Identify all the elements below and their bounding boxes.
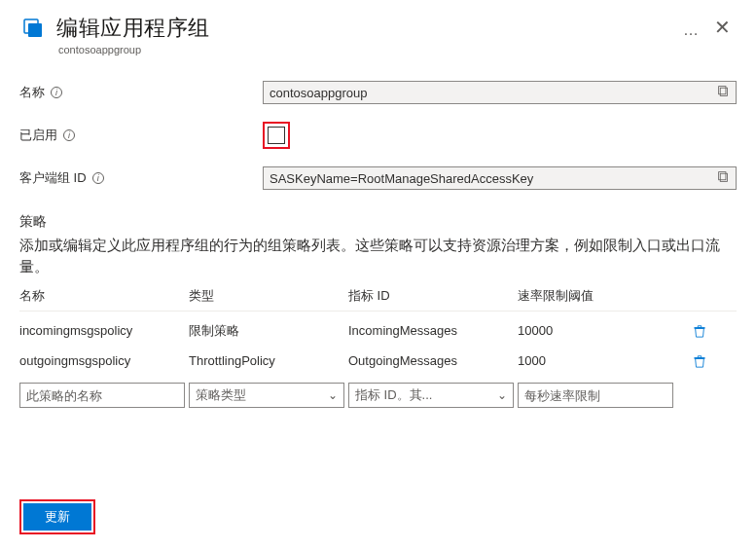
cell-name: outgoingmsgspolicy [19, 353, 185, 368]
cell-rate-limit: 1000 [518, 353, 673, 368]
policy-rate-input[interactable] [518, 383, 673, 408]
delete-icon[interactable] [677, 353, 706, 369]
label-client-group-id: 客户端组 ID i [19, 169, 263, 187]
policy-metric-placeholder: 指标 ID。其... [355, 386, 432, 404]
policies-description: 添加或编辑定义此应用程序组的行为的组策略列表。这些策略可以支持资源治理方案，例如… [19, 235, 737, 277]
chevron-down-icon: ⌄ [497, 388, 507, 402]
row-client-group-id: 客户端组 ID i SASKeyName=RootManageSharedAcc… [19, 166, 737, 190]
update-highlight: 更新 [19, 499, 95, 534]
copy-icon[interactable] [717, 170, 730, 186]
cell-rate-limit: 10000 [518, 323, 673, 338]
svg-rect-1 [28, 23, 42, 37]
policies-section: 策略 添加或编辑定义此应用程序组的行为的组策略列表。这些策略可以支持资源治理方案… [19, 213, 737, 408]
info-icon[interactable]: i [51, 87, 62, 98]
policies-input-row: 策略类型 ⌄ 指标 ID。其... ⌄ [19, 383, 737, 408]
policy-name-input[interactable] [19, 383, 185, 408]
page-title: 编辑应用程序组 [56, 14, 667, 43]
table-row: outgoingmsgspolicy ThrottlingPolicy Outg… [19, 347, 737, 376]
app-group-icon [19, 14, 47, 41]
cell-type: 限制策略 [189, 322, 344, 340]
policy-type-placeholder: 策略类型 [196, 386, 246, 404]
name-value: contosoappgroup [270, 86, 367, 100]
col-type: 类型 [189, 287, 344, 305]
enabled-highlight [263, 122, 290, 149]
copy-icon[interactable] [717, 85, 730, 100]
header: 编辑应用程序组 contosoappgroup … ✕ [19, 14, 737, 55]
footer: 更新 [19, 499, 95, 534]
table-row: incomingmsgspolicy 限制策略 IncomingMessages… [19, 315, 737, 347]
cell-metric-id: IncomingMessages [348, 323, 514, 338]
title-block: 编辑应用程序组 contosoappgroup [56, 14, 667, 55]
client-group-id-label-text: 客户端组 ID [19, 169, 87, 187]
label-enabled: 已启用 i [19, 127, 263, 144]
more-icon[interactable]: … [683, 14, 699, 39]
close-icon[interactable]: ✕ [708, 14, 737, 41]
info-icon[interactable]: i [63, 129, 75, 141]
delete-icon[interactable] [677, 323, 706, 339]
col-metric-id: 指标 ID [348, 287, 514, 305]
chevron-down-icon: ⌄ [328, 388, 338, 402]
policies-table: 名称 类型 指标 ID 速率限制阈值 incomingmsgspolicy 限制… [19, 287, 737, 409]
policies-header: 名称 类型 指标 ID 速率限制阈值 [19, 287, 737, 312]
col-name: 名称 [19, 287, 185, 305]
policy-type-select[interactable]: 策略类型 ⌄ [189, 383, 344, 408]
name-input: contosoappgroup [263, 81, 737, 104]
cell-name: incomingmsgspolicy [19, 323, 185, 338]
info-icon[interactable]: i [92, 172, 104, 184]
cell-metric-id: OutgoingMessages [348, 353, 514, 368]
policy-metric-select[interactable]: 指标 ID。其... ⌄ [348, 383, 514, 408]
page-subtitle: contosoappgroup [58, 44, 667, 55]
cell-type: ThrottlingPolicy [189, 353, 344, 368]
label-name: 名称 i [19, 84, 263, 101]
update-button[interactable]: 更新 [23, 503, 91, 531]
enabled-label-text: 已启用 [19, 127, 57, 144]
policies-title: 策略 [19, 213, 737, 231]
col-rate-limit: 速率限制阈值 [518, 287, 673, 305]
client-group-id-input: SASKeyName=RootManageSharedAccessKey [263, 166, 737, 190]
name-label-text: 名称 [19, 84, 45, 101]
row-enabled: 已启用 i [19, 122, 737, 149]
client-group-id-value: SASKeyName=RootManageSharedAccessKey [270, 171, 533, 186]
row-name: 名称 i contosoappgroup [19, 81, 737, 104]
enabled-checkbox[interactable] [268, 127, 285, 144]
